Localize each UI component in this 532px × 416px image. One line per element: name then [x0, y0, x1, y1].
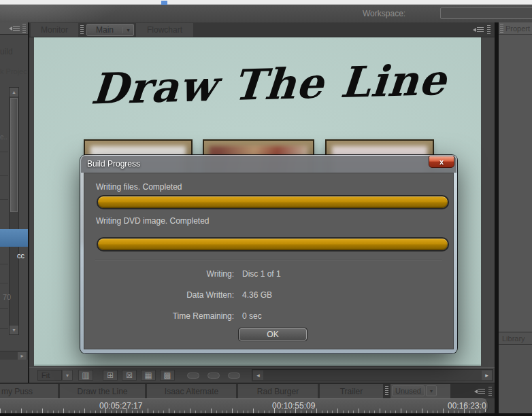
window-behind-strip: [0, 0, 532, 5]
list-divider: [0, 308, 8, 309]
workspace-dropdown[interactable]: [440, 7, 532, 19]
button-routing-icon[interactable]: [207, 372, 220, 379]
panel-gripper-icon[interactable]: [22, 24, 26, 33]
scrollbar-thumb[interactable]: [10, 98, 18, 212]
horizontal-scrollbar[interactable]: ▸: [0, 351, 28, 360]
canvas-horizontal-scrollbar[interactable]: ◂ ▸: [252, 369, 493, 381]
tab-monitor[interactable]: Monitor: [31, 23, 78, 37]
panel-gripper-icon[interactable]: [487, 25, 491, 34]
progress-bar-files: [97, 195, 449, 209]
viewer-toolbar: Fit ▾ ▥ ⊞ ⊠ ▦ ▩ ◂ ▸: [29, 367, 495, 383]
properties-tab-label[interactable]: Propert: [505, 24, 530, 33]
info-row-data-written: Data Written: 4.36 GB: [84, 290, 453, 300]
preview-mode-icon[interactable]: ▥: [78, 370, 93, 381]
build-panel: uild k Projec e.. ▴ ▾ cc 70 ▸: [0, 22, 28, 383]
build-panel-header: [0, 22, 28, 35]
scroll-right-icon[interactable]: ▸: [18, 352, 27, 360]
dialog-title: Build Progress: [87, 159, 140, 169]
list-divider: [0, 152, 8, 152]
status-text-files: Writing files. Completed: [96, 182, 182, 192]
progress-fill: [98, 196, 448, 208]
zoom-dropdown-icon[interactable]: ▾: [62, 370, 73, 381]
properties-panel-header: Propert: [499, 22, 532, 35]
panel-gripper-icon[interactable]: [488, 387, 492, 396]
chevron-down-icon[interactable]: ▾: [426, 385, 437, 396]
list-item-number: 70: [3, 293, 11, 301]
app-header: Workspace:: [0, 5, 532, 22]
progress-fill: [98, 239, 448, 250]
button-routing-icon[interactable]: [228, 372, 240, 379]
tab-gripper-icon[interactable]: [385, 386, 388, 395]
panel-gripper-icon[interactable]: [500, 24, 503, 33]
tab-flowchart[interactable]: Flowchart: [136, 23, 193, 37]
timeline-tab[interactable]: Isaac Alternate: [147, 384, 236, 398]
dialog-titlebar[interactable]: Build Progress x: [81, 156, 456, 173]
scroll-up-icon[interactable]: ▴: [10, 88, 18, 97]
build-panel-title: uild: [0, 47, 13, 56]
progress-bar-image: [97, 237, 449, 252]
list-divider: [0, 328, 8, 329]
timeline-ruler-row: 00:05:27:17 00:10:55:09 00:16:23:0: [0, 398, 495, 413]
timeline-tab[interactable]: Trailer: [320, 384, 383, 398]
scroll-right-icon[interactable]: ▸: [482, 370, 492, 380]
timeline-ruler[interactable]: 00:05:27:17 00:10:55:09 00:16:23:0: [0, 398, 488, 413]
menu-title-artwork: Draw The Line: [89, 54, 481, 114]
app-window: Workspace: uild k Projec e.. ▴ ▾ cc 70 ▸: [0, 0, 532, 416]
ok-button[interactable]: OK: [239, 328, 307, 341]
selected-list-row[interactable]: [0, 229, 28, 247]
viewer-tab-row: Monitor Main ▾ Flowchart: [29, 22, 495, 37]
check-project-button[interactable]: k Projec: [0, 67, 27, 75]
show-safe-area-icon[interactable]: ⊞: [103, 370, 118, 381]
library-tab[interactable]: Library: [499, 332, 532, 345]
list-divider: [0, 199, 8, 200]
list-divider: [0, 264, 8, 264]
button-routing-icon[interactable]: [187, 372, 199, 379]
timecode: 00:10:55:09: [272, 401, 315, 411]
show-grid-icon[interactable]: ▦: [141, 370, 156, 381]
timeline-tab[interactable]: my Puss: [0, 384, 58, 398]
divider: [95, 260, 442, 261]
scroll-down-icon[interactable]: ▾: [10, 326, 18, 334]
list-divider: [0, 283, 8, 283]
timeline-tab-row: my Puss Draw the Line Isaac Alternate Ra…: [0, 383, 495, 398]
chevron-down-icon[interactable]: ▾: [122, 27, 133, 33]
panel-menu-icon[interactable]: [473, 27, 484, 33]
bottom-edge: [0, 413, 532, 416]
timeline-tab[interactable]: Rad Burger: [238, 384, 318, 398]
unused-tab-group: Unused ▾: [390, 384, 450, 398]
list-item-cc: cc: [17, 252, 24, 260]
unused-dropdown[interactable]: Unused: [392, 385, 425, 396]
show-guides-icon[interactable]: ⊠: [122, 370, 137, 381]
info-row-time-remaining: Time Remaining: 0 sec: [84, 311, 453, 322]
library-panel-body: [499, 345, 532, 416]
timeline-tab[interactable]: Draw the Line: [60, 384, 145, 398]
close-icon[interactable]: x: [429, 156, 454, 168]
timecode: 00:16:23:0: [448, 401, 486, 411]
new-guide-icon[interactable]: ▩: [160, 370, 175, 381]
dialog-body: Writing files. Completed Writing DVD ima…: [84, 173, 454, 349]
scroll-left-icon[interactable]: ◂: [253, 370, 263, 380]
list-item: e..: [0, 133, 7, 141]
tab-main[interactable]: Main ▾: [86, 24, 134, 36]
zoom-level-field[interactable]: Fit: [37, 370, 62, 381]
status-text-image: Writing DVD image. Completed: [96, 216, 210, 226]
properties-panel: Propert Library: [499, 22, 532, 416]
info-row-writing: Writing: Disc 1 of 1: [84, 269, 453, 279]
panel-menu-icon[interactable]: [474, 389, 485, 394]
build-progress-dialog: Build Progress x Writing files. Complete…: [80, 155, 457, 353]
panel-menu-icon[interactable]: [9, 26, 20, 31]
tab-gripper-icon[interactable]: [80, 25, 84, 34]
workspace-label: Workspace:: [363, 9, 405, 18]
list-divider: [0, 175, 8, 176]
